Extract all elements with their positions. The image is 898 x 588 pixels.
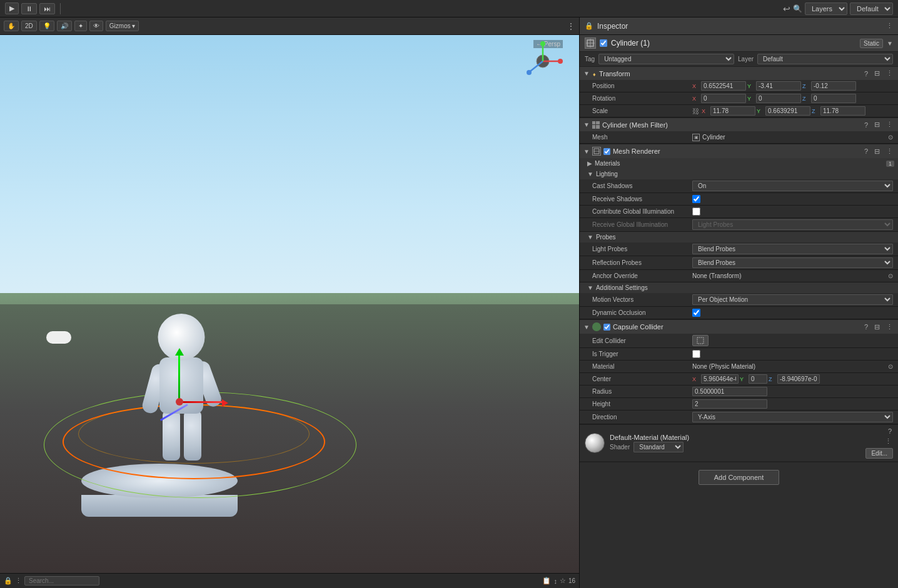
inspector-menu-icon[interactable]: ⋮ — [886, 22, 893, 30]
transform-preset-btn[interactable]: ⊟ — [873, 69, 881, 77]
scene-canvas[interactable]: ← Persp — [0, 35, 579, 573]
pos-x-input[interactable] — [701, 81, 746, 91]
2d-toggle-button[interactable]: 2D — [21, 21, 37, 31]
scale-z-input[interactable] — [820, 106, 865, 116]
mesh-filter-header[interactable]: ▼ Cylinder (Mesh Filter) ? ⊟ ⋮ — [580, 118, 898, 131]
receive-gi-select[interactable]: Light Probes — [692, 219, 893, 230]
height-input[interactable] — [692, 399, 767, 409]
material-help-btn[interactable]: ? — [887, 427, 893, 435]
transform-help-btn[interactable]: ? — [863, 69, 869, 77]
material-menu-btn[interactable]: ⋮ — [884, 437, 893, 446]
shader-select[interactable]: Standard — [633, 442, 684, 452]
transform-header[interactable]: ▼ ⬧ Transform ? ⊟ ⋮ — [580, 67, 898, 80]
cast-shadows-select[interactable]: On — [692, 181, 893, 191]
is-trigger-row: Is Trigger — [580, 348, 898, 361]
pause-button[interactable]: ⏸ — [21, 3, 37, 14]
mesh-renderer-preset-btn[interactable]: ⊟ — [873, 147, 881, 156]
scale-x-input[interactable] — [710, 106, 755, 116]
lighting-toggle-button[interactable]: 💡 — [39, 21, 54, 31]
tag-select[interactable]: Untagged — [598, 54, 734, 64]
collider-material-target-icon[interactable]: ⊙ — [888, 363, 893, 370]
mesh-filter-preset-btn[interactable]: ⊟ — [873, 121, 881, 129]
center-x-input[interactable] — [701, 374, 739, 384]
add-component-button[interactable]: Add Component — [699, 470, 780, 485]
transform-name: Transform — [599, 70, 630, 77]
fx-toggle-button[interactable]: ✦ — [74, 21, 87, 31]
scene-lock-icon[interactable]: 🔒 — [4, 577, 13, 585]
transform-menu-btn[interactable]: ⋮ — [885, 69, 894, 77]
scale-y-input[interactable] — [765, 106, 810, 116]
move-icon[interactable]: ↕ — [553, 577, 557, 585]
mesh-renderer-enabled-checkbox[interactable] — [603, 148, 610, 155]
is-trigger-value — [692, 350, 893, 358]
object-active-checkbox[interactable] — [600, 39, 607, 47]
motion-vectors-select[interactable]: Per Object Motion — [692, 294, 893, 305]
mesh-filter-actions: ? ⊟ ⋮ — [863, 121, 894, 129]
mesh-filter-help-btn[interactable]: ? — [863, 121, 869, 129]
scene-bottom-menu-icon[interactable]: ⋮ — [15, 577, 22, 585]
pos-z-label: Z — [802, 83, 810, 89]
scene-bottom-bar: 🔒 ⋮ 📋 ↕ ☆ 16 — [0, 573, 579, 588]
direction-select[interactable]: Y-Axis — [692, 412, 893, 422]
dynamic-occlusion-label: Dynamic Occlusion — [592, 309, 692, 316]
additional-settings-subsection-header[interactable]: ▼ Additional Settings — [580, 282, 898, 293]
hand-tool-button[interactable]: ✋ — [4, 21, 19, 31]
layer-select[interactable]: Default — [757, 54, 893, 64]
rot-z-input[interactable] — [811, 94, 856, 103]
rot-y-input[interactable] — [756, 94, 801, 103]
capsule-collider-preset-btn[interactable]: ⊟ — [873, 323, 881, 331]
mesh-filter-menu-btn[interactable]: ⋮ — [885, 121, 894, 129]
star-icon[interactable]: ☆ — [560, 577, 566, 585]
static-dropdown-arrow[interactable]: ▼ — [887, 40, 893, 47]
pos-y-input[interactable] — [756, 81, 801, 91]
mesh-target-icon[interactable]: ⊙ — [888, 134, 893, 141]
visibility-toggle-button[interactable]: 👁 — [89, 21, 103, 31]
capsule-collider-header[interactable]: ▼ Capsule Collider ? ⊟ ⋮ — [580, 320, 898, 334]
fig-leg-right — [184, 411, 201, 461]
mesh-renderer-header[interactable]: ▼ Mesh Renderer ? ⊟ ⋮ — [580, 144, 898, 158]
gizmos-dropdown-button[interactable]: Gizmos ▾ — [106, 21, 139, 31]
dynamic-occlusion-checkbox[interactable] — [692, 309, 700, 317]
probes-subsection-header[interactable]: ▼ Probes — [580, 232, 898, 242]
pos-z-input[interactable] — [811, 81, 856, 91]
anchor-target-icon[interactable]: ⊙ — [888, 272, 893, 279]
scene-gizmo[interactable] — [523, 41, 567, 85]
scale-link-icon[interactable]: ⛓ — [692, 107, 699, 115]
mesh-renderer-help-btn[interactable]: ? — [863, 147, 869, 156]
light-probes-select[interactable]: Blend Probes — [692, 244, 893, 254]
material-edit-btn[interactable]: Edit... — [865, 448, 893, 459]
materials-subsection-header[interactable]: ▶ Materials 1 — [580, 158, 898, 169]
receive-shadows-checkbox[interactable] — [692, 195, 700, 203]
center-z-input[interactable] — [777, 374, 820, 384]
lighting-subsection-header[interactable]: ▼ Lighting — [580, 169, 898, 179]
audio-toggle-button[interactable]: 🔊 — [57, 21, 72, 31]
history-icon[interactable]: ↩ — [783, 4, 790, 14]
edit-collider-button[interactable] — [692, 335, 709, 346]
radius-input[interactable] — [692, 387, 767, 396]
rotation-row: Rotation X Y Z — [580, 92, 898, 105]
layers-icon[interactable]: 📋 — [542, 577, 551, 585]
center-y-input[interactable] — [749, 374, 767, 384]
search-input[interactable] — [24, 576, 99, 586]
height-label: Height — [592, 401, 692, 407]
reflection-probes-select[interactable]: Blend Probes — [692, 257, 893, 268]
step-button[interactable]: ⏭ — [39, 3, 55, 14]
play-button[interactable]: ▶ — [5, 2, 19, 14]
capsule-collider-enabled-checkbox[interactable] — [603, 324, 610, 331]
material-row-header: Default-Material (Material) Shader Stand… — [580, 425, 898, 462]
object-name: Cylinder (1) — [611, 39, 856, 47]
mesh-renderer-menu-btn[interactable]: ⋮ — [885, 147, 894, 156]
inspector-lock-icon[interactable]: 🔒 — [585, 22, 593, 30]
capsule-collider-help-btn[interactable]: ? — [863, 323, 869, 331]
search-icon[interactable]: 🔍 — [793, 4, 802, 13]
capsule-collider-menu-btn[interactable]: ⋮ — [885, 323, 894, 331]
scene-menu-button[interactable]: ⋮ — [567, 21, 575, 31]
layers-dropdown[interactable]: Layers — [805, 2, 847, 15]
default-dropdown[interactable]: Default — [850, 2, 893, 15]
svg-rect-12 — [697, 337, 704, 344]
radius-label: Radius — [592, 388, 692, 395]
rot-x-input[interactable] — [701, 94, 746, 103]
is-trigger-checkbox[interactable] — [692, 350, 700, 358]
contribute-gi-checkbox[interactable] — [692, 207, 700, 216]
scale-x-label: X — [702, 108, 709, 114]
